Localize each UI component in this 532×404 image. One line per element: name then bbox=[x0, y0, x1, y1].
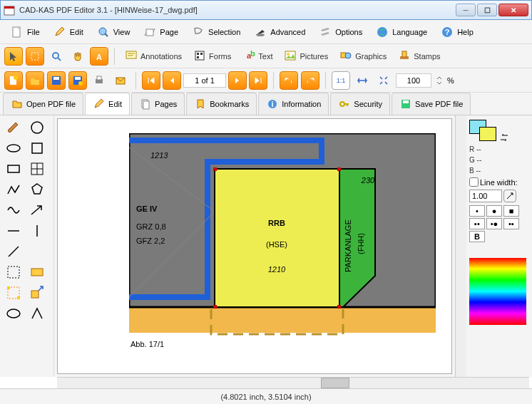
canvas[interactable]: 1213 GE IV GRZ 0,8 GFZ 2,2 RRB (HSE) 121… bbox=[57, 118, 452, 374]
separator bbox=[325, 72, 326, 89]
last-page-button[interactable] bbox=[249, 71, 267, 90]
fit-page-button[interactable] bbox=[374, 71, 393, 90]
hline-tool[interactable] bbox=[3, 222, 24, 240]
save-button[interactable] bbox=[47, 71, 66, 90]
fillrect-tool[interactable] bbox=[26, 263, 48, 281]
curve-tool[interactable] bbox=[3, 201, 24, 219]
polyline-tool[interactable] bbox=[3, 180, 24, 199]
titlebar: CAD-KAS PDF Editor 3.1 - [HINWeise-17_dw… bbox=[0, 0, 532, 20]
pictures-icon bbox=[284, 49, 297, 63]
resize-tool[interactable] bbox=[26, 284, 48, 302]
menu-help[interactable]: ?Help bbox=[434, 22, 479, 42]
swap-colors-icon[interactable] bbox=[499, 133, 509, 143]
first-page-button[interactable] bbox=[142, 71, 160, 90]
menu-page[interactable]: Page bbox=[137, 22, 184, 42]
stamps-group[interactable]: Stamps bbox=[394, 48, 444, 65]
annotations-group[interactable]: Annotations bbox=[121, 48, 186, 65]
app-icon bbox=[4, 4, 15, 16]
fit-11-button[interactable]: 1:1 bbox=[332, 71, 350, 90]
polygon-tool[interactable] bbox=[26, 180, 48, 199]
marquee-tool[interactable] bbox=[3, 263, 24, 281]
undo-button[interactable] bbox=[280, 71, 298, 90]
join-bevel[interactable]: •▪ bbox=[503, 218, 519, 229]
email-button[interactable] bbox=[111, 71, 130, 90]
select-poly-tool[interactable] bbox=[3, 284, 24, 302]
separator bbox=[135, 72, 136, 89]
next-page-button[interactable] bbox=[228, 71, 247, 90]
zoom-spinner[interactable] bbox=[434, 71, 444, 90]
menu-selection[interactable]: Selection bbox=[185, 22, 246, 42]
graphics-group[interactable]: Graphics bbox=[335, 48, 391, 65]
svg-rect-10 bbox=[31, 53, 39, 60]
join-miter[interactable]: ▪• bbox=[469, 218, 485, 229]
prev-page-button[interactable] bbox=[163, 71, 181, 90]
status-coords: (4.8021 inch, 3.5104 inch) bbox=[220, 393, 311, 401]
svg-point-49 bbox=[7, 145, 20, 152]
pictures-group[interactable]: Pictures bbox=[280, 48, 332, 65]
vline-tool[interactable] bbox=[26, 222, 48, 240]
join-round[interactable]: •● bbox=[486, 218, 502, 229]
redo-button[interactable] bbox=[301, 71, 319, 90]
svg-rect-73 bbox=[337, 305, 341, 309]
tab-bookmarks[interactable]: Bookmarks bbox=[186, 93, 257, 115]
open-button[interactable] bbox=[26, 71, 44, 90]
linewidth-picker-button[interactable] bbox=[503, 190, 516, 202]
select-tool-button[interactable] bbox=[26, 47, 44, 66]
angle-tool[interactable] bbox=[26, 304, 48, 323]
tab-save[interactable]: Save PDF file bbox=[392, 93, 471, 115]
horizontal-scrollbar[interactable] bbox=[57, 377, 529, 388]
forms-group[interactable]: Forms bbox=[189, 48, 235, 65]
fillellipse-tool[interactable] bbox=[3, 304, 24, 323]
close-button[interactable]: ✕ bbox=[498, 4, 528, 16]
brush-tool[interactable] bbox=[3, 118, 24, 137]
fit-width-button[interactable] bbox=[353, 71, 372, 90]
circle-tool[interactable] bbox=[26, 118, 48, 137]
cap-square[interactable]: ■ bbox=[503, 205, 519, 217]
minimize-button[interactable]: ─ bbox=[456, 4, 476, 16]
menu-file[interactable]: File bbox=[4, 22, 46, 42]
cap-round[interactable]: ● bbox=[486, 205, 502, 217]
color-swatches[interactable] bbox=[469, 120, 529, 143]
pencil-icon bbox=[93, 98, 106, 110]
linewidth-checkbox[interactable] bbox=[469, 177, 479, 187]
menu-advanced[interactable]: Advanced bbox=[247, 22, 311, 42]
linewidth-input[interactable] bbox=[469, 190, 502, 202]
style-b[interactable]: B bbox=[469, 231, 485, 242]
arrow-tool-button[interactable] bbox=[4, 47, 23, 66]
menu-edit[interactable]: Edit bbox=[47, 22, 89, 42]
menu-options[interactable]: Options bbox=[312, 22, 368, 42]
line-style-grid: • ● ■ ▪• •● •▪ B bbox=[469, 205, 529, 242]
tab-edit[interactable]: Edit bbox=[85, 93, 130, 115]
svg-rect-58 bbox=[8, 266, 19, 278]
zoom-input[interactable] bbox=[396, 73, 431, 88]
new-button[interactable] bbox=[4, 71, 23, 90]
color-picker[interactable] bbox=[469, 258, 526, 325]
swatch-bg[interactable] bbox=[479, 127, 496, 141]
tab-info[interactable]: iInformation bbox=[258, 93, 329, 115]
vertical-scrollbar[interactable] bbox=[455, 115, 466, 377]
menu-language[interactable]: Language bbox=[369, 22, 433, 42]
maximize-button[interactable]: ☐ bbox=[477, 4, 497, 16]
svg-rect-71 bbox=[337, 167, 341, 171]
svg-point-11 bbox=[53, 53, 58, 58]
line-tool[interactable] bbox=[3, 242, 24, 261]
text-group[interactable]: abText bbox=[238, 48, 277, 65]
page-input[interactable] bbox=[183, 73, 226, 88]
hand-tool-button[interactable] bbox=[68, 47, 87, 66]
tab-open[interactable]: Open PDF file bbox=[3, 93, 83, 115]
ellipse-tool[interactable] bbox=[3, 139, 24, 157]
saveas-button[interactable] bbox=[68, 71, 87, 90]
zoom-tool-button[interactable] bbox=[47, 47, 66, 66]
text-tool-button[interactable]: A bbox=[90, 47, 108, 66]
tab-security[interactable]: Security bbox=[330, 93, 390, 115]
pdf-drawing: 1213 GE IV GRZ 0,8 GFZ 2,2 RRB (HSE) 121… bbox=[129, 133, 436, 368]
grid-tool[interactable] bbox=[26, 160, 48, 178]
tab-pages[interactable]: Pages bbox=[131, 93, 185, 115]
rgb-b: B -- bbox=[469, 167, 529, 175]
cap-butt[interactable]: • bbox=[469, 205, 485, 217]
print-button[interactable] bbox=[90, 71, 108, 90]
square-tool[interactable] bbox=[26, 139, 48, 157]
menu-view[interactable]: View bbox=[91, 22, 136, 42]
arrow-tool[interactable] bbox=[26, 201, 48, 219]
rect-tool[interactable] bbox=[3, 160, 24, 178]
